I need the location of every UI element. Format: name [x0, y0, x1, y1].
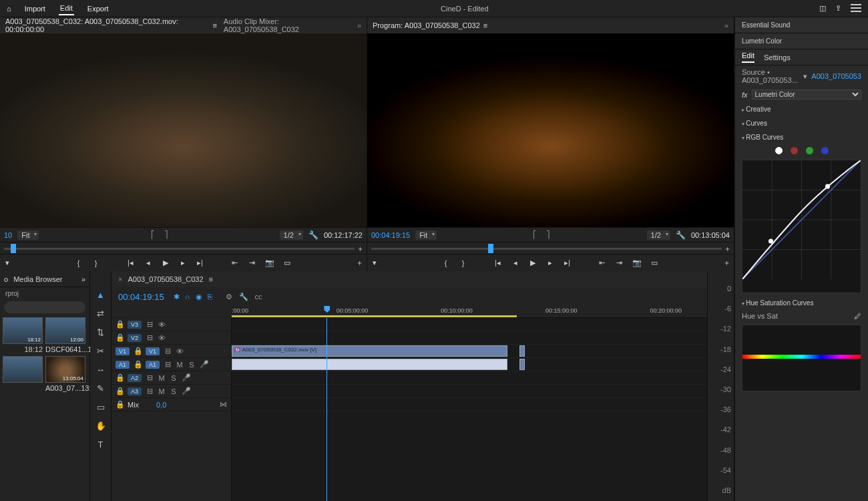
video-clip[interactable]: [519, 345, 525, 357]
source-scrubber[interactable]: ＋: [0, 242, 367, 254]
media-browser-tab[interactable]: Media Browser: [13, 275, 62, 283]
audio-clip[interactable]: [519, 359, 525, 370]
track-row[interactable]: [232, 331, 707, 345]
home-icon[interactable]: ⌂: [7, 5, 11, 13]
workspace-icon[interactable]: ◫: [819, 4, 826, 13]
mute-icon[interactable]: M: [158, 374, 166, 382]
button-editor-icon[interactable]: ＋: [356, 258, 367, 268]
goto-in-icon[interactable]: |◂: [126, 259, 136, 267]
project-search[interactable]: [4, 301, 85, 313]
ripple-tool[interactable]: ⇅: [95, 326, 107, 338]
source-viewport[interactable]: [0, 33, 367, 227]
timeline-ruler[interactable]: :00:0000:05:00:0000:10:00:0000:15:00:000…: [232, 306, 707, 318]
project-clip[interactable]: 13:05:04A003_07...13:05:04: [45, 356, 85, 392]
track-header-v1[interactable]: V1🔒V1⊟👁: [112, 345, 231, 358]
source-tab[interactable]: A003_07050538_C032: A003_07050538_C032.m…: [5, 17, 217, 33]
mix-row[interactable]: 🔒Mix0,0⋈: [112, 398, 231, 411]
goto-in-icon[interactable]: |◂: [493, 259, 503, 267]
sync-lock-icon[interactable]: ⎘: [208, 293, 212, 301]
track-header-v2[interactable]: 🔒V2⊟👁: [112, 331, 231, 345]
menu-icon[interactable]: [851, 4, 861, 12]
effect-dropdown[interactable]: Lumetri Color: [752, 90, 861, 100]
project-clip[interactable]: [3, 356, 43, 392]
program-timecode[interactable]: 00:04:19:15: [371, 231, 410, 239]
settings-wrench-icon[interactable]: 🔧: [308, 230, 318, 240]
video-clip[interactable]: A003_07050538_C032.mov [V]: [232, 345, 507, 357]
project-clip[interactable]: 18:1218:12: [3, 317, 43, 353]
chevron-down-icon[interactable]: ▾: [803, 72, 807, 81]
selection-tool[interactable]: ▲: [95, 289, 107, 301]
mark-out-icon[interactable]: }: [91, 259, 101, 267]
out-bracket-icon[interactable]: ⎤: [162, 230, 171, 239]
comparison-icon[interactable]: ▭: [649, 259, 660, 267]
lumetri-color-tab[interactable]: Lumetri Color: [735, 33, 868, 49]
out-bracket-icon[interactable]: ⎤: [544, 230, 553, 239]
add-marker-icon[interactable]: ▾: [0, 259, 9, 267]
pen-tool[interactable]: ✎: [95, 382, 107, 394]
source-timecode-in[interactable]: 10: [4, 231, 12, 239]
voice-icon[interactable]: 🎤: [182, 387, 190, 395]
lock-icon[interactable]: 🔒: [116, 320, 124, 329]
play-icon[interactable]: ▶: [160, 259, 171, 267]
resolution-dropdown[interactable]: 1/2: [647, 230, 670, 240]
comparison-icon[interactable]: ▭: [282, 259, 292, 267]
curve-blue-dot[interactable]: [821, 147, 829, 154]
lock-icon[interactable]: 🔒: [116, 373, 124, 382]
menu-edit[interactable]: Edit: [59, 2, 74, 15]
play-icon[interactable]: ▶: [527, 259, 538, 267]
mark-in-icon[interactable]: {: [73, 259, 84, 267]
sync-icon[interactable]: ⊟: [146, 387, 154, 395]
rectangle-tool[interactable]: ▭: [95, 401, 107, 413]
rgb-curve-editor[interactable]: [742, 160, 861, 293]
voice-icon[interactable]: 🎤: [200, 360, 208, 369]
track-header-a2[interactable]: 🔒A2⊟MS🎤: [112, 371, 231, 385]
track-header-v3[interactable]: 🔒V3⊟👁: [112, 318, 231, 331]
eye-icon[interactable]: 👁: [158, 321, 166, 329]
linked-selection-icon[interactable]: ∩: [185, 293, 190, 301]
program-tab[interactable]: Program: A003_07050538_C032 ≡: [373, 21, 487, 29]
timeline-timecode[interactable]: 00:04:19:15: [118, 292, 164, 302]
settings-wrench-icon[interactable]: 🔧: [676, 230, 686, 240]
track-row[interactable]: [232, 358, 707, 371]
track-row[interactable]: [232, 385, 707, 398]
zoom-plus-icon[interactable]: ＋: [357, 244, 364, 254]
eye-icon[interactable]: 👁: [158, 334, 166, 342]
lumetri-settings-tab[interactable]: Settings: [764, 53, 791, 61]
voice-icon[interactable]: 🎤: [182, 373, 190, 382]
hand-tool[interactable]: ✋: [95, 420, 107, 432]
add-marker-icon[interactable]: ▾: [367, 259, 377, 267]
eye-icon[interactable]: 👁: [176, 347, 184, 355]
razor-tool[interactable]: ✂: [95, 345, 107, 357]
sync-icon[interactable]: ⊟: [146, 373, 154, 382]
type-tool[interactable]: T: [95, 438, 107, 450]
lumetri-master-link[interactable]: A003_0705053: [811, 72, 861, 80]
step-back-icon[interactable]: ◂: [510, 259, 521, 267]
section-hue-sat[interactable]: Hue Saturation Curves: [735, 296, 868, 310]
mute-icon[interactable]: M: [158, 387, 166, 395]
sync-icon[interactable]: ⊟: [164, 347, 172, 355]
program-scrubber[interactable]: ＋: [367, 242, 734, 254]
lock-icon[interactable]: 🔒: [116, 333, 124, 342]
lift-icon[interactable]: ⇤: [597, 259, 608, 267]
sync-icon[interactable]: ⊟: [164, 360, 172, 369]
track-select-fwd-tool[interactable]: ⇄: [95, 307, 107, 319]
settings-icon[interactable]: ⚙: [226, 293, 232, 301]
essential-sound-tab[interactable]: Essential Sound: [735, 17, 868, 33]
section-rgb-curves[interactable]: RGB Curves: [735, 130, 868, 144]
resolution-dropdown[interactable]: 1/2: [280, 230, 303, 240]
wrench-icon[interactable]: 🔧: [239, 293, 248, 301]
export-frame-icon[interactable]: 📷: [264, 259, 275, 267]
share-icon[interactable]: ⇪: [835, 4, 841, 13]
caption-icon[interactable]: cc: [255, 293, 262, 301]
track-row[interactable]: [232, 371, 707, 385]
tab-overflow-icon[interactable]: »: [357, 21, 361, 29]
track-row[interactable]: [232, 398, 707, 411]
step-fwd-icon[interactable]: ▸: [545, 259, 556, 267]
in-bracket-icon[interactable]: ⎡: [148, 230, 158, 239]
overwrite-icon[interactable]: ⇥: [247, 259, 258, 267]
track-header-a1[interactable]: A1🔒A1⊟MS🎤: [112, 358, 231, 371]
zoom-fit-dropdown[interactable]: Fit: [17, 230, 39, 240]
tab-overflow-icon[interactable]: »: [81, 275, 85, 283]
insert-icon[interactable]: ⇤: [230, 259, 240, 267]
curve-luma-dot[interactable]: [775, 147, 783, 154]
